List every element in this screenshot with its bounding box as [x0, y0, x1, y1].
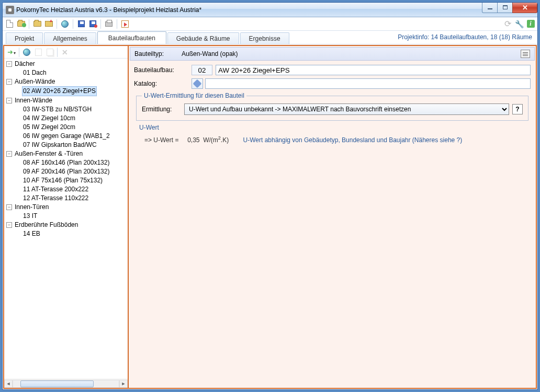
exit-button[interactable]	[120, 19, 130, 29]
tree-item[interactable]: 09 AF 200x146 (Plan 200x132)	[15, 167, 128, 176]
print-button[interactable]	[104, 19, 114, 29]
tree-item[interactable]: 02 AW 20+26 Ziegel+EPS	[15, 86, 128, 96]
window-title: PokornyTec Heizlast Austria v6.3 - Beisp…	[16, 6, 482, 14]
tree-globe-button[interactable]	[21, 47, 32, 57]
help-button[interactable]: ?	[512, 104, 523, 114]
tree-item[interactable]: 07 IW Gipskarton Bad/WC	[15, 141, 128, 149]
minimize-button[interactable]	[482, 3, 498, 13]
main-toolbar: ⟳ 🔧 i	[3, 17, 537, 31]
info-icon: i	[527, 20, 535, 28]
tree-group-aussenfenster[interactable]: −Außen-Fenster & -Türen 08 AF 160x146 (P…	[6, 149, 128, 203]
tree-panel: ➜ ✕ −Dächer 01 Dach −Außen	[4, 46, 129, 388]
bauteiltyp-value: Außen-Wand (opak)	[182, 50, 521, 57]
tree-item[interactable]: 03 IW-STB zu NB/STGH	[15, 105, 128, 114]
folder-icon	[33, 21, 41, 27]
globe-icon	[23, 49, 30, 56]
tree-item[interactable]: 12 AT-Terasse 110x222	[15, 194, 128, 203]
tree-group-innentueren[interactable]: −Innen-Türen 13 IT	[6, 203, 128, 221]
uwert-title: U-Wert	[139, 124, 527, 131]
tree-item[interactable]: 13 IT	[15, 212, 128, 221]
scroll-right-button[interactable]: ►	[119, 380, 128, 388]
tree-group-innenwaende[interactable]: −Innen-Wände 03 IW-STB zu NB/STGH 04 IW …	[6, 96, 128, 149]
save-as-button[interactable]	[88, 19, 97, 29]
print-icon	[105, 21, 113, 27]
tree-delete-button[interactable]: ✕	[60, 47, 70, 57]
uwert-result-line: => U-Wert = 0,35 W/(m2.K) U-Wert abhängi…	[137, 132, 527, 144]
tree-group-daecher[interactable]: −Dächer 01 Dach	[6, 60, 128, 77]
content-area: ➜ ✕ −Dächer 01 Dach −Außen	[3, 45, 537, 389]
new-doc-icon	[35, 49, 42, 56]
tree-new-button[interactable]	[33, 47, 43, 57]
collapse-icon[interactable]: −	[6, 222, 12, 228]
tree-horizontal-scrollbar[interactable]: ◄ ►	[4, 379, 128, 388]
toolbar-separator	[57, 19, 57, 29]
bauteilaufbau-name-input[interactable]	[216, 65, 531, 75]
scroll-track[interactable]	[13, 380, 119, 388]
info-button[interactable]: i	[526, 19, 535, 29]
toolbar-separator	[117, 19, 117, 29]
tree-item[interactable]: 10 AF 75x146 (Plan 75x132)	[15, 176, 128, 185]
tab-gebaeude-raeume[interactable]: Gebäude & Räume	[167, 32, 239, 44]
catalog-icon	[193, 79, 202, 88]
tree-item[interactable]: 11 AT-Terasse 200x222	[15, 185, 128, 194]
collapse-icon[interactable]: −	[6, 61, 12, 67]
collapse-icon[interactable]: −	[6, 204, 12, 210]
tree-item-selected: 02 AW 20+26 Ziegel+EPS	[22, 86, 97, 96]
scroll-left-button[interactable]: ◄	[4, 380, 13, 388]
component-tree[interactable]: −Dächer 01 Dach −Außen-Wände 02 AW 20+26…	[4, 59, 128, 379]
katalog-browse-button[interactable]	[192, 78, 203, 89]
app-window: PokornyTec Heizlast Austria v6.3 - Beisp…	[2, 2, 538, 390]
tree-item[interactable]: 01 Dach	[15, 68, 128, 77]
open-folder-button[interactable]	[32, 19, 42, 29]
tree-group-erdboden[interactable]: −Erdberührte Fußböden 14 EB	[6, 221, 128, 238]
folder-up-button[interactable]	[44, 19, 53, 29]
refresh-icon: ⟳	[504, 19, 511, 29]
collapse-icon[interactable]: −	[6, 151, 12, 157]
refresh-button[interactable]: ⟳	[503, 19, 512, 29]
tab-projekt[interactable]: Projekt	[6, 32, 43, 44]
tree-add-button[interactable]: ➜	[6, 47, 17, 57]
tree-item[interactable]: 05 IW Ziegel 20cm	[15, 123, 128, 132]
tab-bauteilaufbauten[interactable]: Bauteilaufbauten	[97, 31, 166, 44]
detail-header: Bauteiltyp: Außen-Wand (opak)	[130, 47, 535, 61]
globe-icon	[61, 20, 69, 28]
tree-item[interactable]: 08 AF 160x146 (Plan 200x132)	[15, 158, 128, 167]
bauteilaufbau-number-input[interactable]	[192, 65, 212, 75]
app-icon	[6, 6, 14, 14]
settings-button[interactable]: 🔧	[514, 19, 524, 29]
katalog-input[interactable]	[205, 78, 531, 89]
tree-item[interactable]: 06 IW gegen Garage (WAB1_2	[15, 132, 128, 141]
save-button[interactable]	[76, 19, 86, 29]
collapse-icon[interactable]: −	[6, 79, 12, 85]
globe-button[interactable]	[60, 19, 70, 29]
delete-icon: ✕	[62, 48, 68, 56]
detail-menu-button[interactable]	[521, 50, 530, 58]
detail-panel: Bauteiltyp: Außen-Wand (opak) Bauteilauf…	[129, 46, 536, 388]
tab-ergebnisse[interactable]: Ergebnisse	[240, 32, 289, 44]
bauteilaufbau-label: Bauteilaufbau:	[134, 66, 192, 74]
tree-item[interactable]: 04 IW Ziegel 10cm	[15, 114, 128, 123]
close-button[interactable]: ✕	[512, 3, 537, 13]
tree-group-aussenwaende[interactable]: −Außen-Wände 02 AW 20+26 Ziegel+EPS	[6, 77, 128, 96]
new-file-button[interactable]	[5, 19, 14, 29]
project-info-label: Projektinfo: 14 Bauteilaufbauten, 18 (18…	[398, 33, 532, 41]
folder-up-icon	[45, 21, 53, 27]
save-as-icon	[89, 20, 96, 27]
maximize-button[interactable]	[497, 3, 513, 13]
detail-form: Bauteilaufbau: Katalog: U-Wert-Ermittlun…	[129, 61, 536, 150]
toolbar-separator	[73, 19, 73, 29]
collapse-icon[interactable]: −	[6, 98, 12, 103]
tab-allgemeines[interactable]: Allgemeines	[44, 32, 96, 44]
tree-item[interactable]: 14 EB	[15, 229, 128, 238]
scroll-thumb[interactable]	[20, 381, 94, 387]
tree-toolbar: ➜ ✕	[4, 46, 128, 59]
new-file-icon	[6, 20, 13, 28]
katalog-label: Katalog:	[134, 80, 192, 87]
uwert-block: U-Wert => U-Wert = 0,35 W/(m2.K) U-Wert …	[137, 124, 527, 144]
open-file-button[interactable]	[16, 19, 26, 29]
tree-copy-button[interactable]	[44, 47, 55, 57]
ermittlung-select[interactable]: U-Wert und Aufbau unbekannt -> MAXIMALWE…	[184, 103, 509, 115]
wrench-icon: 🔧	[515, 20, 524, 28]
toolbar-separator	[29, 19, 29, 29]
open-file-icon	[17, 21, 25, 27]
